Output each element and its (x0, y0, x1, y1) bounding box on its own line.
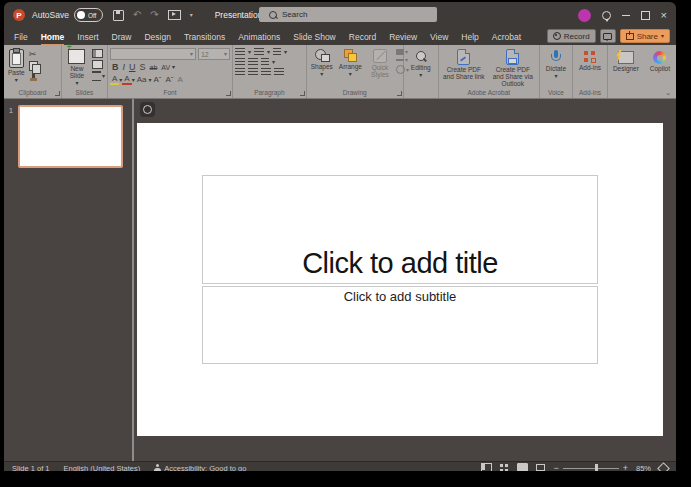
arrange-button[interactable]: Arrange ▾ (337, 48, 364, 78)
reset-slide-button[interactable] (92, 60, 105, 69)
tab-insert[interactable]: Insert (77, 32, 98, 42)
decrease-indent-button[interactable] (235, 58, 245, 66)
subtitle-placeholder[interactable]: Click to add subtitle (202, 286, 598, 364)
align-center-button[interactable] (248, 68, 258, 76)
increase-indent-button[interactable] (248, 58, 258, 66)
text-direction-caret-icon: ▾ (272, 59, 275, 65)
save-icon[interactable] (113, 10, 124, 21)
clipboard-dialog-launcher[interactable] (55, 91, 60, 96)
share-button[interactable]: Share ▾ (620, 29, 670, 43)
zoom-slider[interactable] (563, 468, 619, 469)
drawing-body: Shapes ▾ Arrange ▾ Quick Styles ▾ ▾ ▾ (309, 48, 401, 89)
tab-draw[interactable]: Draw (112, 32, 132, 42)
customize-qat-caret-icon[interactable]: ▾ (190, 12, 193, 18)
dictate-button[interactable]: Dictate ▾ (544, 49, 568, 80)
tab-record[interactable]: Record (349, 32, 376, 42)
comments-button[interactable] (600, 29, 616, 43)
zoom-level[interactable]: 85% (636, 464, 651, 472)
addins-button[interactable]: Add-ins (577, 50, 603, 72)
underline-button[interactable]: U (127, 62, 138, 72)
accessibility-checker[interactable]: Accessibility: Good to go (154, 464, 246, 472)
fit-slide-to-window-button[interactable] (657, 462, 670, 471)
slide-thumbnail[interactable] (18, 105, 123, 168)
change-case-button[interactable]: Aa (135, 75, 149, 84)
text-direction-button[interactable] (261, 58, 269, 66)
format-painter-button[interactable] (29, 73, 38, 82)
highlight-color-button[interactable]: A (110, 74, 119, 85)
slide-canvas[interactable]: Click to add title Click to add subtitle (137, 123, 663, 436)
undo-icon[interactable]: ↶ (133, 10, 141, 20)
language-indicator[interactable]: English (United States) (64, 464, 141, 472)
numbering-button[interactable] (254, 48, 264, 56)
paste-button[interactable]: Paste ▾ (6, 48, 27, 84)
user-avatar[interactable] (578, 9, 591, 22)
font-dialog-launcher[interactable] (226, 91, 231, 96)
section-button[interactable]: ▾ (92, 71, 105, 81)
new-slide-button[interactable]: New Slide ▾ (64, 48, 90, 87)
zoom-slider-thumb[interactable] (595, 464, 598, 472)
title-placeholder[interactable]: Click to add title (202, 175, 598, 284)
line-spacing-button[interactable] (273, 48, 281, 56)
editing-button[interactable]: Editing ▾ (409, 50, 433, 79)
decrease-font-size-button[interactable]: Aˇ (163, 75, 175, 84)
bullets-button[interactable] (235, 48, 245, 56)
slide-sorter-view-button[interactable] (500, 464, 509, 471)
search-input[interactable]: Search (259, 7, 437, 22)
text-shadow-button[interactable]: S (137, 62, 147, 72)
start-presentation-icon[interactable] (168, 10, 181, 20)
tab-acrobat[interactable]: Acrobat (492, 32, 521, 42)
tab-review[interactable]: Review (389, 32, 417, 42)
font-size-combobox[interactable]: 12 ▾ (198, 48, 230, 60)
ribbon-group-editing: Editing ▾ (404, 45, 439, 98)
align-right-button[interactable] (261, 68, 271, 76)
minimize-button[interactable] (622, 15, 630, 16)
zoom-in-button[interactable]: + (623, 464, 628, 472)
slide-show-button[interactable] (536, 464, 545, 471)
create-pdf-share-link-button[interactable]: Create PDF and Share link (441, 48, 487, 81)
tab-animations[interactable]: Animations (238, 32, 280, 42)
tab-help[interactable]: Help (461, 32, 478, 42)
font-name-combobox[interactable]: ▾ (110, 48, 196, 60)
editing-label: Editing (411, 64, 431, 71)
record-button[interactable]: Record (547, 29, 596, 43)
increase-font-size-button[interactable]: Aˆ (151, 75, 163, 84)
slide-layout-button[interactable] (92, 49, 105, 58)
canvas-copilot-button[interactable] (140, 102, 155, 117)
maximize-button[interactable] (641, 11, 650, 20)
tab-slide-show[interactable]: Slide Show (293, 32, 336, 42)
dictate-caret-icon: ▾ (554, 73, 557, 79)
copilot-button[interactable]: Copilot (648, 50, 672, 73)
tab-file[interactable]: File (14, 32, 28, 42)
record-icon (553, 32, 561, 40)
font-color-button[interactable]: A (122, 74, 131, 85)
strikethrough-button[interactable]: ab (147, 64, 159, 71)
collapse-ribbon-icon[interactable]: ⌄ (665, 89, 671, 97)
powerpoint-app-icon[interactable]: P (13, 9, 25, 21)
redo-icon[interactable]: ↷ (150, 10, 158, 20)
paragraph-dialog-launcher[interactable] (300, 91, 305, 96)
bold-button[interactable]: B (110, 62, 121, 72)
reading-view-button[interactable] (517, 463, 528, 471)
justify-button[interactable] (274, 68, 284, 76)
tab-home[interactable]: Home (41, 32, 65, 42)
quick-styles-button[interactable]: Quick Styles (366, 48, 394, 79)
copy-button[interactable] (29, 61, 38, 71)
cut-button[interactable]: ✂ (29, 49, 38, 59)
close-button[interactable]: × (661, 10, 667, 21)
create-pdf-share-outlook-button[interactable]: Create PDF and Share via Outlook (489, 48, 537, 88)
slide-indicator[interactable]: Slide 1 of 1 (12, 464, 50, 472)
clear-formatting-button[interactable]: A (175, 75, 184, 84)
align-left-button[interactable] (235, 68, 245, 76)
slide-layout-icon (92, 49, 103, 58)
pin-icon[interactable] (602, 11, 611, 20)
character-spacing-button[interactable]: AV (159, 64, 172, 71)
zoom-out-button[interactable]: − (553, 464, 558, 472)
tab-view[interactable]: View (430, 32, 448, 42)
tab-design[interactable]: Design (144, 32, 170, 42)
normal-view-button[interactable] (481, 463, 492, 471)
drawing-dialog-launcher[interactable] (397, 91, 402, 96)
shapes-button[interactable]: Shapes ▾ (309, 48, 335, 78)
autosave-toggle[interactable]: Off (74, 8, 103, 22)
designer-button[interactable]: Designer (611, 50, 641, 73)
tab-transitions[interactable]: Transitions (184, 32, 225, 42)
